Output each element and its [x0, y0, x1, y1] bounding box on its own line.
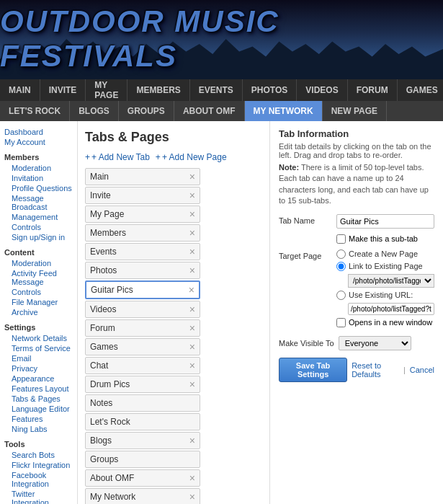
- make-visible-select[interactable]: Everyone Members Friends Administrators: [339, 336, 411, 350]
- sidebar-facebook-integration[interactable]: Facebook Integration: [4, 470, 73, 489]
- nav2-groups[interactable]: GROUPS: [119, 101, 174, 121]
- nav-members[interactable]: MEMBERS: [127, 79, 189, 101]
- tab-item-notes[interactable]: Notes: [85, 394, 200, 412]
- tab-item-drum-pics[interactable]: Drum Pics ×: [85, 376, 200, 393]
- sidebar-tabs-pages[interactable]: Tabs & Pages: [4, 394, 73, 404]
- sidebar-moderation-content[interactable]: Moderation: [4, 258, 73, 268]
- tab-close-guitar-pics[interactable]: ×: [189, 285, 194, 295]
- tab-item-chat[interactable]: Chat ×: [85, 357, 200, 374]
- tab-close-my-page[interactable]: ×: [189, 209, 195, 219]
- create-new-page-radio[interactable]: [336, 249, 346, 259]
- sidebar-twitter-integration[interactable]: Twitter Integration: [4, 489, 73, 504]
- sidebar-language-editor[interactable]: Language Editor: [4, 404, 73, 414]
- sidebar-features-layout[interactable]: Features Layout: [4, 384, 73, 394]
- action-buttons: Save Tab Settings Reset to Defaults | Ca…: [279, 358, 434, 382]
- tab-info-panel: Tab Information Edit tab details by clic…: [270, 121, 443, 504]
- tab-item-blogs[interactable]: Blogs ×: [85, 432, 200, 449]
- tab-name-row: Tab Name: [279, 214, 434, 229]
- nav-photos[interactable]: PHOTOS: [243, 79, 297, 101]
- sidebar-controls-members[interactable]: Controls: [4, 222, 73, 232]
- tab-close-drum-pics[interactable]: ×: [189, 379, 195, 389]
- use-existing-url-radio[interactable]: [336, 291, 346, 300]
- tab-close-main[interactable]: ×: [189, 172, 195, 182]
- tab-item-main[interactable]: Main ×: [85, 168, 200, 185]
- tab-close-chat[interactable]: ×: [189, 361, 195, 371]
- tab-item-events[interactable]: Events ×: [85, 243, 200, 260]
- tab-info-description: Edit tab details by clicking on the tab …: [279, 142, 434, 159]
- sidebar-archive[interactable]: Archive: [4, 307, 73, 317]
- tab-close-my-network[interactable]: ×: [189, 492, 195, 502]
- tab-item-members[interactable]: Members ×: [85, 224, 200, 242]
- nav2-new-page[interactable]: NEW PAGE: [323, 101, 387, 121]
- tab-item-about-omf[interactable]: About OMF ×: [85, 469, 200, 487]
- create-new-page-row: Create a New Page: [336, 249, 434, 259]
- link-existing-radio[interactable]: [336, 262, 346, 271]
- add-new-page-button[interactable]: + + Add New Page: [156, 152, 227, 162]
- cancel-button[interactable]: Cancel: [410, 366, 434, 374]
- tab-item-my-page[interactable]: My Page ×: [85, 205, 200, 223]
- nav-events[interactable]: EVENTS: [190, 79, 243, 101]
- sidebar-section-content: Content: [4, 248, 73, 257]
- center-panel: Tabs & Pages + + Add New Tab + + Add New…: [78, 121, 270, 504]
- sidebar-my-account[interactable]: My Account: [4, 137, 73, 147]
- nav-main[interactable]: MAIN: [0, 79, 40, 101]
- sidebar-search-bots[interactable]: Search Bots: [4, 450, 73, 460]
- use-existing-url-input[interactable]: [348, 303, 434, 315]
- sidebar-profile-questions[interactable]: Profile Questions: [4, 183, 73, 193]
- nav-forum[interactable]: FORUM: [348, 79, 398, 101]
- nav2-about-omf[interactable]: ABOUT OMF: [174, 101, 245, 121]
- sidebar-network-details[interactable]: Network Details: [4, 333, 73, 343]
- sidebar-appearance[interactable]: Appearance: [4, 373, 73, 384]
- tab-close-photos[interactable]: ×: [189, 265, 195, 275]
- tab-item-invite[interactable]: Invite ×: [85, 187, 200, 204]
- sidebar-ning-labs[interactable]: Ning Labs: [4, 424, 73, 434]
- sidebar-terms-of-service[interactable]: Terms of Service: [4, 343, 73, 353]
- add-new-tab-button[interactable]: + + Add New Tab: [85, 152, 150, 162]
- tab-close-videos[interactable]: ×: [189, 304, 195, 314]
- link-existing-row: Link to Existing Page: [336, 262, 434, 271]
- sidebar-flickr-integration[interactable]: Flickr Integration: [4, 460, 73, 470]
- tab-item-my-network[interactable]: My Network ×: [85, 488, 200, 504]
- tab-item-forum[interactable]: Forum ×: [85, 319, 200, 337]
- tab-item-photos[interactable]: Photos ×: [85, 262, 200, 279]
- nav-games[interactable]: GAMES: [398, 79, 443, 101]
- tab-close-events[interactable]: ×: [189, 247, 195, 257]
- sidebar-moderation-members[interactable]: Moderation: [4, 163, 73, 173]
- tab-item-groups[interactable]: Groups: [85, 451, 200, 468]
- nav2-lets-rock[interactable]: LET'S ROCK: [0, 101, 70, 121]
- opens-new-window-checkbox[interactable]: [336, 318, 346, 327]
- nav-videos[interactable]: VIDEOS: [297, 79, 347, 101]
- nav-my-page[interactable]: MY PAGE: [86, 79, 127, 101]
- sidebar-privacy[interactable]: Privacy: [4, 363, 73, 373]
- sidebar-file-manager[interactable]: File Manager: [4, 297, 73, 307]
- sidebar-dashboard[interactable]: Dashboard: [4, 127, 73, 137]
- tab-name-label: Tab Name: [279, 214, 336, 225]
- nav2-my-network[interactable]: MY NETWORK: [245, 101, 323, 121]
- tab-item-lets-rock[interactable]: Let's Rock: [85, 413, 200, 430]
- sidebar-management[interactable]: Management: [4, 212, 73, 222]
- tab-close-invite[interactable]: ×: [189, 190, 195, 200]
- save-tab-settings-button[interactable]: Save Tab Settings: [279, 358, 347, 382]
- sidebar-message-broadcast[interactable]: Message Broadcast: [4, 193, 73, 212]
- sidebar-activity-feed[interactable]: Activity Feed Message: [4, 268, 73, 287]
- tab-close-about-omf[interactable]: ×: [189, 473, 195, 483]
- sidebar-sign-up-sign-in[interactable]: Sign up/Sign in: [4, 232, 73, 242]
- reset-to-defaults-button[interactable]: Reset to Defaults: [352, 361, 399, 379]
- tab-close-forum[interactable]: ×: [189, 323, 195, 333]
- tab-item-videos[interactable]: Videos ×: [85, 301, 200, 318]
- tab-close-games[interactable]: ×: [189, 342, 195, 352]
- tab-item-guitar-pics[interactable]: Guitar Pics ×: [85, 280, 200, 299]
- use-existing-url-row: Use Existing URL:: [336, 291, 434, 300]
- nav2-blogs[interactable]: BLOGS: [70, 101, 119, 121]
- tab-close-blogs[interactable]: ×: [189, 436, 195, 446]
- tab-name-input[interactable]: [336, 214, 434, 229]
- sidebar-controls-content[interactable]: Controls: [4, 287, 73, 297]
- sub-tab-checkbox[interactable]: [336, 234, 346, 244]
- sidebar-features[interactable]: Features: [4, 414, 73, 424]
- nav-invite[interactable]: INVITE: [40, 79, 86, 101]
- tab-close-members[interactable]: ×: [189, 228, 195, 238]
- sidebar-invitation[interactable]: Invitation: [4, 173, 73, 183]
- link-existing-select[interactable]: /photo/photo/listTagged?tag=gu: [348, 274, 434, 288]
- tab-item-games[interactable]: Games ×: [85, 338, 200, 355]
- sidebar-email[interactable]: Email: [4, 353, 73, 363]
